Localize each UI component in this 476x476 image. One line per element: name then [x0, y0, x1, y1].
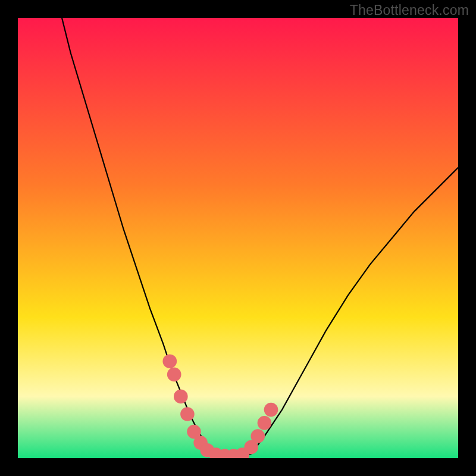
watermark-text: TheBottleneck.com: [350, 2, 469, 18]
curve-marker: [167, 368, 181, 382]
curve-marker: [264, 403, 278, 417]
chart-frame: TheBottleneck.com: [0, 0, 476, 476]
curve-marker: [163, 354, 177, 368]
curve-marker: [251, 429, 265, 443]
plot-area: [18, 18, 458, 458]
bottleneck-chart: [18, 18, 458, 458]
curve-marker: [258, 416, 272, 430]
curve-marker: [174, 390, 188, 404]
curve-marker: [180, 407, 195, 421]
